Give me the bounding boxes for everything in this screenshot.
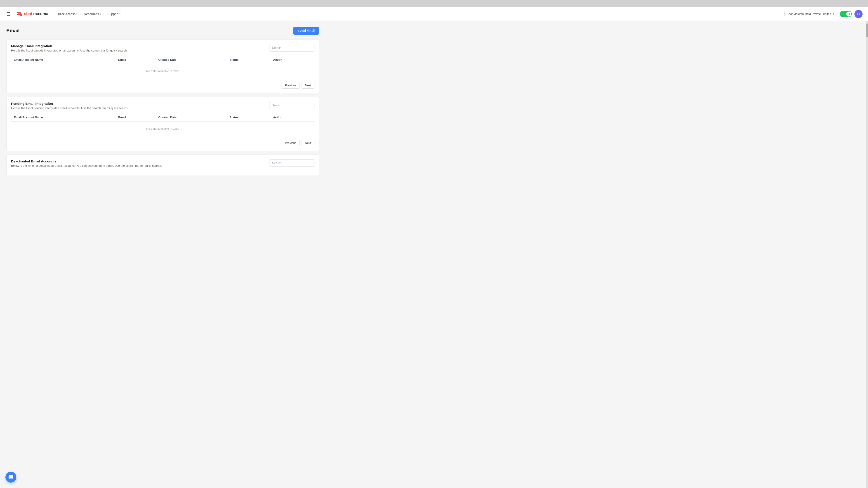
svg-point-3: [19, 13, 20, 14]
manage-search-input[interactable]: [269, 44, 314, 52]
manage-search-wrap: [269, 44, 314, 52]
pending-no-data-row: No data available in table: [11, 122, 314, 136]
deactivated-section-desc: Below is the list of of deactivated Emai…: [11, 164, 162, 167]
chevron-down-icon: ▾: [119, 13, 121, 15]
toggle-knob: [846, 11, 851, 17]
pending-table-head: Email Account Name Email Created Date St…: [11, 113, 314, 122]
col-email: Email: [116, 56, 156, 64]
logo[interactable]: chatmaxima: [15, 10, 49, 18]
pending-table-footer: Previous Next: [11, 140, 314, 146]
page-title: Email: [6, 28, 20, 34]
pending-section-info: Pending Email Integration Here is the li…: [11, 102, 128, 110]
svg-point-1: [20, 14, 22, 16]
add-email-button[interactable]: + Add Email: [293, 27, 319, 35]
deactivated-section-info: Deactivated Email Accounts Below is the …: [11, 159, 162, 167]
pending-section-header: Pending Email Integration Here is the li…: [11, 102, 314, 110]
manage-section-title: Manage Email Integration: [11, 44, 127, 48]
manage-section-desc: Here is the list of already intergrated …: [11, 49, 127, 52]
manage-no-data-cell: No data available in table: [11, 64, 314, 78]
company-selector[interactable]: TechMaxima India Private Limited ▾: [784, 11, 837, 17]
pending-search-input[interactable]: [269, 102, 314, 109]
avatar[interactable]: C: [855, 10, 863, 18]
svg-point-2: [17, 13, 18, 14]
chevron-down-icon: ▾: [833, 12, 834, 15]
pending-search-wrap: [269, 102, 314, 109]
chevron-down-icon: ▾: [76, 13, 78, 15]
nav-quick-access-label: Quick Access: [57, 12, 75, 16]
deactivated-section-header: Deactivated Email Accounts Below is the …: [11, 159, 314, 167]
deactivated-section-title: Deactivated Email Accounts: [11, 159, 162, 163]
top-bar: [0, 0, 868, 7]
scroll-thumb[interactable]: [866, 24, 868, 37]
hamburger-menu[interactable]: ☰: [5, 10, 11, 18]
header-right: TechMaxima India Private Limited ▾ C: [784, 10, 863, 18]
chevron-down-icon: ▾: [100, 13, 101, 15]
col-action: Action: [270, 56, 314, 64]
main-content: Email + Add Email Manage Email Integrati…: [0, 21, 326, 185]
manage-previous-button[interactable]: Previous: [282, 82, 300, 89]
settings-toggle[interactable]: [840, 11, 852, 17]
manage-table-body: No data available in table: [11, 64, 314, 78]
pending-previous-button[interactable]: Previous: [282, 140, 300, 146]
col-status: Status: [227, 56, 270, 64]
pending-email-section: Pending Email Integration Here is the li…: [6, 97, 319, 151]
manage-section-info: Manage Email Integration Here is the lis…: [11, 44, 127, 52]
svg-point-5: [848, 13, 849, 14]
manage-email-section: Manage Email Integration Here is the lis…: [6, 39, 319, 93]
col-email-account-name: Email Account Name: [11, 113, 116, 122]
col-created-date: Created Date: [156, 56, 227, 64]
main-nav: Quick Access ▾ Resources ▾ Support ▾: [54, 10, 781, 18]
col-status: Status: [227, 113, 270, 122]
scrollbar[interactable]: [866, 21, 868, 185]
manage-next-button[interactable]: Next: [302, 82, 314, 89]
pending-table-body: No data available in table: [11, 122, 314, 136]
nav-resources[interactable]: Resources ▾: [81, 10, 104, 18]
pending-next-button[interactable]: Next: [302, 140, 314, 146]
deactivated-search-input[interactable]: [269, 159, 314, 167]
company-name: TechMaxima India Private Limited: [787, 12, 831, 15]
main-header: ☰ chatmaxima Quick Access ▾ Resources ▾ …: [0, 7, 868, 21]
nav-resources-label: Resources: [84, 12, 99, 16]
col-created-date: Created Date: [156, 113, 227, 122]
page-header: Email + Add Email: [6, 27, 319, 35]
col-action: Action: [270, 113, 314, 122]
nav-quick-access[interactable]: Quick Access ▾: [54, 10, 80, 18]
manage-table: Email Account Name Email Created Date St…: [11, 56, 314, 78]
pending-section-title: Pending Email Integration: [11, 102, 128, 105]
pending-no-data-cell: No data available in table: [11, 122, 314, 136]
manage-no-data-row: No data available in table: [11, 64, 314, 78]
deactivated-email-section: Deactivated Email Accounts Below is the …: [6, 155, 319, 176]
nav-support[interactable]: Support ▾: [105, 10, 123, 18]
pending-table: Email Account Name Email Created Date St…: [11, 113, 314, 136]
manage-section-header: Manage Email Integration Here is the lis…: [11, 44, 314, 52]
col-email: Email: [116, 113, 156, 122]
manage-table-head: Email Account Name Email Created Date St…: [11, 56, 314, 64]
nav-support-label: Support: [107, 12, 119, 16]
deactivated-search-wrap: [269, 159, 314, 167]
manage-table-footer: Previous Next: [11, 82, 314, 89]
col-email-account-name: Email Account Name: [11, 56, 116, 64]
pending-section-desc: Here is the list of pending intergrated …: [11, 106, 128, 110]
